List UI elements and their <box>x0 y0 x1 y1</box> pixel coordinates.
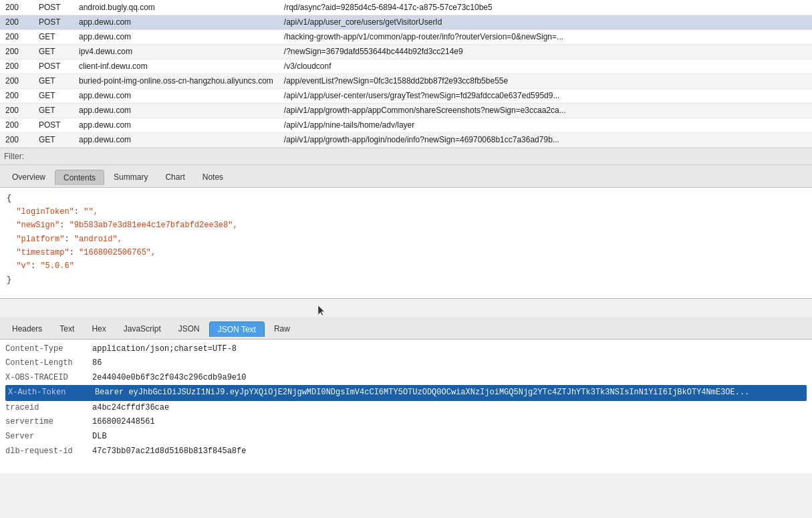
host-cell: android.bugly.qq.com <box>74 0 279 15</box>
header-name: traceid <box>5 401 92 416</box>
header-value: application/json;charset=UTF-8 <box>92 342 237 357</box>
status-cell: 200 <box>0 44 33 59</box>
tab-summary[interactable]: Summary <box>106 170 156 184</box>
header-value: a4bc24cffdf36cae <box>92 401 169 416</box>
lower-tab-raw[interactable]: Raw <box>266 321 298 336</box>
method-cell: GET <box>33 103 74 118</box>
table-row[interactable]: 200 GET app.dewu.com /api/v1/app/user-ce… <box>0 88 812 103</box>
path-cell: /api/v1/app/growth-app/login/node/info?n… <box>279 132 812 147</box>
method-cell: POST <box>33 59 74 74</box>
header-row: dlb-request-id47c73bb07ac21d8d5168b813f8… <box>5 444 807 459</box>
header-row: X-OBS-TRACEID2e44040e0b6f3c2f043c296cdb9… <box>5 371 807 386</box>
host-cell: app.dewu.com <box>74 15 279 29</box>
path-cell: /api/v1/app/nine-tails/home/adv/layer <box>279 118 812 132</box>
header-value: 2e44040e0b6f3c2f043c296cdb9a9e10 <box>92 371 246 386</box>
table-row[interactable]: 200 GET app.dewu.com /api/v1/app/growth-… <box>0 132 812 147</box>
status-cell: 200 <box>0 59 33 74</box>
json-content-area: { "loginToken": "", "newSign": "9b583ab7… <box>0 188 812 298</box>
host-cell: app.dewu.com <box>74 88 279 103</box>
header-name: Content-Type <box>5 342 92 357</box>
header-value: 86 <box>92 356 102 371</box>
method-cell: GET <box>33 88 74 103</box>
lower-tabs-row: HeadersTextHexJavaScriptJSONJSON TextRaw <box>0 317 812 340</box>
method-cell: POST <box>33 15 74 29</box>
status-cell: 200 <box>0 132 33 147</box>
host-cell: app.dewu.com <box>74 132 279 147</box>
path-cell: /api/v1/app/user-center/users/grayTest?n… <box>279 88 812 103</box>
path-cell: /v3/cloudconf <box>279 59 812 74</box>
path-cell: /app/eventList?newSign=0fc3c1588dd2bb87f… <box>279 74 812 88</box>
path-cell: /rqd/async?aid=9285d4c5-6894-417c-a875-5… <box>279 0 812 15</box>
tab-notes[interactable]: Notes <box>194 170 231 184</box>
table-row[interactable]: 200 GET ipv4.dewu.com /?newSign=3679dafd… <box>0 44 812 59</box>
lower-tab-json-text[interactable]: JSON Text <box>209 321 265 337</box>
header-name: Content-Length <box>5 356 92 371</box>
response-area: Content-Typeapplication/json;charset=UTF… <box>0 340 812 473</box>
network-table: 200 POST android.bugly.qq.com /rqd/async… <box>0 0 812 148</box>
upper-tabs-row: OverviewContentsSummaryChartNotes <box>0 165 812 188</box>
path-cell: /hacking-growth-app/v1/common/app-router… <box>279 29 812 44</box>
path-cell: /api/v1/app/growth-app/appCommon/shareSc… <box>279 103 812 118</box>
tab-contents[interactable]: Contents <box>55 170 104 185</box>
host-cell: app.dewu.com <box>74 118 279 132</box>
tab-chart[interactable]: Chart <box>157 170 192 184</box>
host-cell: ipv4.dewu.com <box>74 44 279 59</box>
status-cell: 200 <box>0 88 33 103</box>
method-cell: GET <box>33 132 74 147</box>
json-line: } <box>7 273 805 287</box>
lower-tab-hex[interactable]: Hex <box>84 321 114 336</box>
host-cell: buried-point-img-online.oss-cn-hangzhou.… <box>74 74 279 88</box>
method-cell: GET <box>33 74 74 88</box>
header-name: servertime <box>5 415 92 430</box>
table-row[interactable]: 200 GET buried-point-img-online.oss-cn-h… <box>0 74 812 88</box>
filter-bar: Filter: <box>0 148 812 165</box>
json-line: "newSign": "9b583ab7e3d81ee4c1e7bfabfd2e… <box>7 219 805 232</box>
table-row[interactable]: 200 POST client-inf.dewu.com /v3/cloudco… <box>0 59 812 74</box>
method-cell: GET <box>33 29 74 44</box>
header-row: X-Auth-Token Bearer eyJhbGciOiJSUzI1NiJ9… <box>5 385 807 401</box>
header-name: Server <box>5 430 92 444</box>
status-cell: 200 <box>0 74 33 88</box>
json-line: "loginToken": "", <box>7 205 805 219</box>
json-line: { <box>7 192 805 205</box>
status-cell: 200 <box>0 0 33 15</box>
json-line: "timestamp": "1668002506765", <box>7 246 805 259</box>
lower-tab-javascript[interactable]: JavaScript <box>116 321 169 336</box>
header-value: 1668002448561 <box>92 415 155 430</box>
host-cell: app.dewu.com <box>74 29 279 44</box>
path-cell: /api/v1/app/user_core/users/getVisitorUs… <box>279 15 812 29</box>
header-row: Content-Length86 <box>5 356 807 371</box>
status-cell: 200 <box>0 15 33 29</box>
header-row: Content-Typeapplication/json;charset=UTF… <box>5 342 807 357</box>
table-row[interactable]: 200 POST app.dewu.com /api/v1/app/user_c… <box>0 15 812 29</box>
highlighted-header: X-Auth-Token Bearer eyJhbGciOiJSUzI1NiJ9… <box>5 385 807 401</box>
lower-tab-headers[interactable]: Headers <box>4 321 50 336</box>
table-row[interactable]: 200 GET app.dewu.com /hacking-growth-app… <box>0 29 812 44</box>
method-cell: POST <box>33 0 74 15</box>
path-cell: /?newSign=3679dafd553644bc444b92fd3cc214… <box>279 44 812 59</box>
mouse-cursor-icon <box>318 305 325 316</box>
json-line: "platform": "android", <box>7 233 805 246</box>
host-cell: app.dewu.com <box>74 103 279 118</box>
header-row: ServerDLB <box>5 430 807 444</box>
tab-overview[interactable]: Overview <box>4 170 53 184</box>
host-cell: client-inf.dewu.com <box>74 59 279 74</box>
header-value: 47c73bb07ac21d8d5168b813f845a8fe <box>92 444 246 459</box>
table-row[interactable]: 200 POST app.dewu.com /api/v1/app/nine-t… <box>0 118 812 132</box>
lower-tab-text[interactable]: Text <box>51 321 82 336</box>
header-row: servertime1668002448561 <box>5 415 807 430</box>
cursor-area <box>0 298 812 317</box>
status-cell: 200 <box>0 29 33 44</box>
lower-tab-json[interactable]: JSON <box>170 321 208 336</box>
header-name: X-OBS-TRACEID <box>5 371 92 386</box>
header-row: traceida4bc24cffdf36cae <box>5 401 807 416</box>
json-line: "v": "5.0.6" <box>7 259 805 273</box>
header-value: DLB <box>92 430 107 444</box>
network-table-container: 200 POST android.bugly.qq.com /rqd/async… <box>0 0 812 148</box>
method-cell: POST <box>33 118 74 132</box>
table-row[interactable]: 200 GET app.dewu.com /api/v1/app/growth-… <box>0 103 812 118</box>
method-cell: GET <box>33 44 74 59</box>
filter-label: Filter: <box>4 152 24 161</box>
status-cell: 200 <box>0 103 33 118</box>
table-row[interactable]: 200 POST android.bugly.qq.com /rqd/async… <box>0 0 812 15</box>
